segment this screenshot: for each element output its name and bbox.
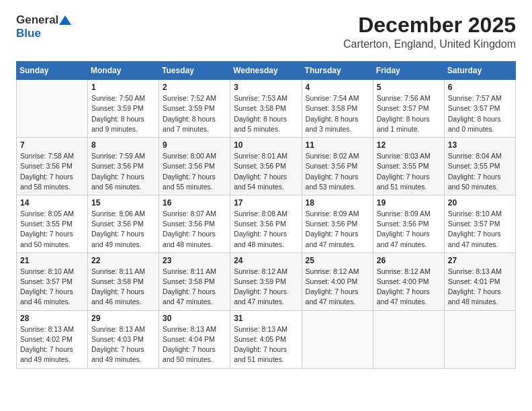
- day-number: 12: [377, 140, 441, 150]
- calendar-cell: 1Sunrise: 7:50 AM Sunset: 3:59 PM Daylig…: [88, 80, 159, 138]
- day-number: 19: [377, 198, 441, 208]
- day-number: 30: [163, 314, 226, 323]
- day-info: Sunrise: 8:12 AM Sunset: 4:00 PM Dayligh…: [306, 267, 369, 308]
- calendar-cell: 5Sunrise: 7:56 AM Sunset: 3:57 PM Daylig…: [373, 80, 444, 138]
- day-number: 29: [91, 314, 155, 323]
- day-number: 5: [377, 83, 441, 92]
- calendar-cell: 18Sunrise: 8:09 AM Sunset: 3:56 PM Dayli…: [302, 195, 373, 253]
- day-number: 13: [448, 140, 512, 150]
- day-info: Sunrise: 7:50 AM Sunset: 3:59 PM Dayligh…: [91, 93, 155, 134]
- calendar-cell: 15Sunrise: 8:06 AM Sunset: 3:56 PM Dayli…: [88, 195, 159, 253]
- calendar-cell: 6Sunrise: 7:57 AM Sunset: 3:57 PM Daylig…: [444, 80, 515, 138]
- calendar-week-4: 21Sunrise: 8:10 AM Sunset: 3:57 PM Dayli…: [17, 253, 516, 310]
- calendar-header-row: SundayMondayTuesdayWednesdayThursdayFrid…: [17, 62, 516, 80]
- calendar-cell: 20Sunrise: 8:10 AM Sunset: 3:57 PM Dayli…: [444, 195, 515, 253]
- logo-blue: Blue: [16, 27, 41, 40]
- calendar-cell: 29Sunrise: 8:13 AM Sunset: 4:03 PM Dayli…: [88, 310, 159, 368]
- calendar-cell: 14Sunrise: 8:05 AM Sunset: 3:55 PM Dayli…: [17, 195, 88, 253]
- calendar-cell: 19Sunrise: 8:09 AM Sunset: 3:56 PM Dayli…: [373, 195, 444, 253]
- day-info: Sunrise: 8:08 AM Sunset: 3:56 PM Dayligh…: [234, 209, 298, 250]
- calendar-header-friday: Friday: [373, 62, 444, 80]
- day-number: 11: [306, 140, 369, 150]
- day-number: 4: [306, 83, 369, 92]
- day-info: Sunrise: 8:04 AM Sunset: 3:55 PM Dayligh…: [448, 151, 512, 192]
- day-info: Sunrise: 8:07 AM Sunset: 3:56 PM Dayligh…: [163, 209, 226, 250]
- calendar-cell: 11Sunrise: 8:02 AM Sunset: 3:56 PM Dayli…: [302, 138, 373, 195]
- day-info: Sunrise: 8:12 AM Sunset: 4:00 PM Dayligh…: [377, 267, 441, 308]
- day-info: Sunrise: 8:13 AM Sunset: 4:04 PM Dayligh…: [163, 324, 226, 365]
- day-info: Sunrise: 8:09 AM Sunset: 3:56 PM Dayligh…: [306, 209, 369, 250]
- day-number: 2: [163, 83, 226, 92]
- calendar-cell: 16Sunrise: 8:07 AM Sunset: 3:56 PM Dayli…: [159, 195, 230, 253]
- day-info: Sunrise: 7:59 AM Sunset: 3:56 PM Dayligh…: [91, 151, 155, 192]
- day-info: Sunrise: 7:58 AM Sunset: 3:56 PM Dayligh…: [20, 151, 84, 192]
- title-section: December 2025 Carterton, England, United…: [343, 13, 516, 50]
- day-number: 6: [448, 83, 512, 92]
- calendar-header-saturday: Saturday: [444, 62, 515, 80]
- svg-marker-0: [59, 15, 71, 25]
- day-info: Sunrise: 8:09 AM Sunset: 3:56 PM Dayligh…: [377, 209, 441, 250]
- calendar-cell: 25Sunrise: 8:12 AM Sunset: 4:00 PM Dayli…: [302, 253, 373, 310]
- calendar-cell: 12Sunrise: 8:03 AM Sunset: 3:55 PM Dayli…: [373, 138, 444, 195]
- day-number: 9: [163, 140, 226, 150]
- calendar-cell: 7Sunrise: 7:58 AM Sunset: 3:56 PM Daylig…: [17, 138, 88, 195]
- day-info: Sunrise: 8:11 AM Sunset: 3:58 PM Dayligh…: [91, 267, 155, 308]
- calendar-week-3: 14Sunrise: 8:05 AM Sunset: 3:55 PM Dayli…: [17, 195, 516, 253]
- logo-general: General: [16, 13, 58, 27]
- day-number: 23: [163, 256, 226, 265]
- day-info: Sunrise: 7:57 AM Sunset: 3:57 PM Dayligh…: [448, 93, 512, 134]
- logo: General Blue: [16, 13, 72, 40]
- day-number: 27: [448, 256, 512, 265]
- calendar-cell: 28Sunrise: 8:13 AM Sunset: 4:02 PM Dayli…: [17, 310, 88, 368]
- day-info: Sunrise: 8:13 AM Sunset: 4:03 PM Dayligh…: [91, 324, 155, 365]
- day-info: Sunrise: 7:53 AM Sunset: 3:58 PM Dayligh…: [234, 93, 298, 134]
- day-info: Sunrise: 8:01 AM Sunset: 3:56 PM Dayligh…: [234, 151, 298, 192]
- logo-icon: [59, 15, 71, 25]
- day-info: Sunrise: 7:52 AM Sunset: 3:59 PM Dayligh…: [163, 93, 226, 134]
- calendar-cell: 17Sunrise: 8:08 AM Sunset: 3:56 PM Dayli…: [230, 195, 302, 253]
- day-info: Sunrise: 8:12 AM Sunset: 3:59 PM Dayligh…: [234, 267, 298, 308]
- day-info: Sunrise: 8:13 AM Sunset: 4:05 PM Dayligh…: [234, 324, 298, 365]
- day-number: 22: [91, 256, 155, 265]
- day-number: 20: [448, 198, 512, 208]
- calendar-header-thursday: Thursday: [302, 62, 373, 80]
- calendar-header-sunday: Sunday: [17, 62, 88, 80]
- page-header: General Blue December 2025 Carterton, En…: [16, 13, 516, 50]
- calendar-cell: 27Sunrise: 8:13 AM Sunset: 4:01 PM Dayli…: [444, 253, 515, 310]
- subtitle: Carterton, England, United Kingdom: [343, 38, 516, 50]
- calendar-cell: 9Sunrise: 8:00 AM Sunset: 3:56 PM Daylig…: [159, 138, 230, 195]
- calendar-cell: [373, 310, 444, 368]
- main-title: December 2025: [343, 13, 516, 37]
- calendar-cell: [444, 310, 515, 368]
- calendar-cell: 10Sunrise: 8:01 AM Sunset: 3:56 PM Dayli…: [230, 138, 302, 195]
- calendar-header-wednesday: Wednesday: [230, 62, 302, 80]
- day-number: 8: [91, 140, 155, 150]
- calendar-header-monday: Monday: [88, 62, 159, 80]
- day-info: Sunrise: 8:10 AM Sunset: 3:57 PM Dayligh…: [448, 209, 512, 250]
- day-info: Sunrise: 8:13 AM Sunset: 4:01 PM Dayligh…: [448, 267, 512, 308]
- calendar-cell: 3Sunrise: 7:53 AM Sunset: 3:58 PM Daylig…: [230, 80, 302, 138]
- day-number: 24: [234, 256, 298, 265]
- day-number: 21: [20, 256, 84, 265]
- day-number: 7: [20, 140, 84, 150]
- calendar-week-5: 28Sunrise: 8:13 AM Sunset: 4:02 PM Dayli…: [17, 310, 516, 368]
- calendar-cell: 22Sunrise: 8:11 AM Sunset: 3:58 PM Dayli…: [88, 253, 159, 310]
- day-info: Sunrise: 8:13 AM Sunset: 4:02 PM Dayligh…: [20, 324, 84, 365]
- calendar-cell: 26Sunrise: 8:12 AM Sunset: 4:00 PM Dayli…: [373, 253, 444, 310]
- day-number: 3: [234, 83, 298, 92]
- day-number: 26: [377, 256, 441, 265]
- calendar-cell: 24Sunrise: 8:12 AM Sunset: 3:59 PM Dayli…: [230, 253, 302, 310]
- day-info: Sunrise: 8:10 AM Sunset: 3:57 PM Dayligh…: [20, 267, 84, 308]
- day-info: Sunrise: 7:54 AM Sunset: 3:58 PM Dayligh…: [306, 93, 369, 134]
- calendar-header-tuesday: Tuesday: [159, 62, 230, 80]
- day-number: 16: [163, 198, 226, 208]
- calendar-cell: 30Sunrise: 8:13 AM Sunset: 4:04 PM Dayli…: [159, 310, 230, 368]
- day-info: Sunrise: 8:03 AM Sunset: 3:55 PM Dayligh…: [377, 151, 441, 192]
- calendar-cell: 13Sunrise: 8:04 AM Sunset: 3:55 PM Dayli…: [444, 138, 515, 195]
- day-info: Sunrise: 8:00 AM Sunset: 3:56 PM Dayligh…: [163, 151, 226, 192]
- calendar-cell: [302, 310, 373, 368]
- calendar-cell: 31Sunrise: 8:13 AM Sunset: 4:05 PM Dayli…: [230, 310, 302, 368]
- calendar-cell: 8Sunrise: 7:59 AM Sunset: 3:56 PM Daylig…: [88, 138, 159, 195]
- calendar-cell: 21Sunrise: 8:10 AM Sunset: 3:57 PM Dayli…: [17, 253, 88, 310]
- calendar-cell: 2Sunrise: 7:52 AM Sunset: 3:59 PM Daylig…: [159, 80, 230, 138]
